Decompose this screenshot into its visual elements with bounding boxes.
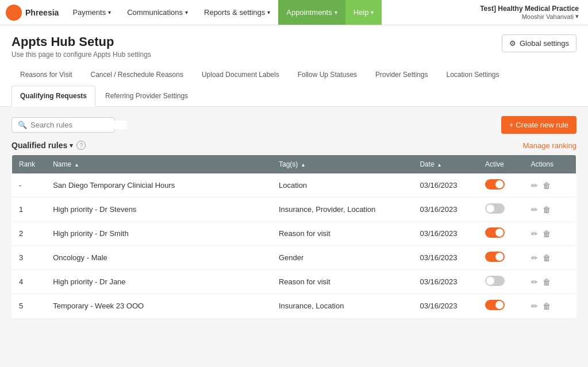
toggle-track — [485, 203, 505, 214]
col-actions: Actions — [524, 155, 577, 174]
cell-tags: Gender — [272, 246, 413, 270]
global-settings-button[interactable]: ⚙ Global settings — [502, 34, 577, 52]
delete-icon[interactable]: 🗑 — [543, 253, 551, 262]
col-active: Active — [478, 155, 524, 174]
delete-icon[interactable]: 🗑 — [543, 181, 551, 190]
manage-ranking-link[interactable]: Manage ranking — [523, 141, 577, 150]
search-icon: 🔍 — [18, 121, 27, 129]
table-body: - San Diego Temporary Clinicial Hours Lo… — [12, 173, 577, 318]
search-input[interactable] — [30, 121, 127, 129]
cell-tags: Reason for visit — [272, 222, 413, 246]
cell-actions: ✏ 🗑 — [524, 270, 577, 294]
nav-help[interactable]: Help ▾ — [345, 0, 382, 25]
cell-active[interactable] — [478, 173, 524, 198]
cell-date: 03/16/2023 — [413, 294, 478, 318]
tab-location[interactable]: Location Settings — [437, 64, 508, 84]
nav-items: Payments ▾ Communications ▾ Reports & se… — [64, 0, 480, 25]
cell-name: Oncology - Male — [46, 246, 272, 270]
create-rule-button[interactable]: + Create new rule — [501, 116, 577, 134]
toggle-track — [485, 179, 505, 190]
cell-rank: 3 — [12, 246, 47, 270]
tab-qualifying[interactable]: Qualifying Requests — [11, 86, 95, 107]
section-title: Qualified rules ▾ — [11, 141, 73, 150]
tab-referring[interactable]: Referring Provider Settings — [97, 86, 197, 106]
delete-icon[interactable]: 🗑 — [543, 277, 551, 287]
active-toggle[interactable] — [485, 203, 505, 214]
toggle-thumb — [495, 180, 504, 188]
table-row: 4 High priority - Dr Jane Reason for vis… — [12, 270, 577, 294]
cell-rank: 5 — [12, 294, 47, 318]
table-row: 5 Temporary - Week 23 OOO Insurance, Loc… — [12, 294, 577, 318]
cell-actions: ✏ 🗑 — [524, 222, 577, 246]
tab-reasons[interactable]: Reasons for Visit — [11, 64, 81, 84]
edit-icon[interactable]: ✏ — [531, 181, 538, 190]
tabs-bar: Reasons for VisitCancel / Reschedule Rea… — [0, 64, 588, 107]
tab-followup[interactable]: Follow Up Statuses — [289, 64, 366, 84]
edit-icon[interactable]: ✏ — [531, 229, 538, 238]
cell-active[interactable] — [478, 198, 524, 222]
org-name: Test] Healthy Medical Practice — [480, 5, 579, 13]
chevron-down-icon: ▾ — [70, 142, 73, 149]
cell-tags: Reason for visit — [272, 270, 413, 294]
search-box: 🔍 — [11, 117, 115, 133]
edit-icon[interactable]: ✏ — [531, 253, 538, 262]
nav-communications[interactable]: Communications ▾ — [119, 0, 196, 25]
action-icons: ✏ 🗑 — [531, 181, 569, 190]
action-icons: ✏ 🗑 — [531, 229, 569, 238]
action-icons: ✏ 🗑 — [531, 253, 569, 262]
edit-icon[interactable]: ✏ — [531, 277, 538, 287]
nav-appointments[interactable]: Appointments ▾ — [278, 0, 345, 25]
cell-name: High priority - Dr Stevens — [46, 198, 272, 222]
delete-icon[interactable]: 🗑 — [543, 205, 551, 214]
active-toggle[interactable] — [485, 300, 505, 310]
delete-icon[interactable]: 🗑 — [543, 229, 551, 238]
active-toggle[interactable] — [485, 179, 505, 190]
help-icon[interactable]: ? — [76, 141, 86, 150]
cell-date: 03/16/2023 — [413, 198, 478, 222]
cell-rank: - — [12, 173, 47, 198]
cell-actions: ✏ 🗑 — [524, 246, 577, 270]
cell-active[interactable] — [478, 222, 524, 246]
cell-rank: 4 — [12, 270, 47, 294]
delete-icon[interactable]: 🗑 — [543, 302, 551, 311]
cell-name: High priority - Dr Smith — [46, 222, 272, 246]
caret-icon: ▾ — [267, 9, 270, 16]
cell-active[interactable] — [478, 246, 524, 270]
nav-reports[interactable]: Reports & settings ▾ — [196, 0, 278, 25]
toggle-thumb — [495, 253, 504, 261]
tab-cancel[interactable]: Cancel / Reschedule Reasons — [82, 64, 192, 84]
rules-table: Rank Name ▴ Tag(s) ▴ Date ▴ Active Actio… — [11, 154, 577, 318]
edit-icon[interactable]: ✏ — [531, 205, 538, 214]
nav-payments[interactable]: Payments ▾ — [64, 0, 119, 25]
cell-active[interactable] — [478, 270, 524, 294]
user-area[interactable]: Test] Healthy Medical Practice Mooshir V… — [480, 5, 582, 20]
toggle-thumb — [495, 229, 504, 237]
caret-icon: ▾ — [371, 9, 374, 16]
table-row: 1 High priority - Dr Stevens Insurance, … — [12, 198, 577, 222]
cell-name: High priority - Dr Jane — [46, 270, 272, 294]
top-nav: Phreesia Payments ▾ Communications ▾ Rep… — [0, 0, 588, 25]
col-name[interactable]: Name ▴ — [46, 155, 272, 174]
logo-area[interactable]: Phreesia — [6, 5, 59, 21]
cell-active[interactable] — [478, 294, 524, 318]
active-toggle[interactable] — [485, 276, 505, 286]
gear-icon: ⚙ — [509, 39, 516, 48]
tab-provider[interactable]: Provider Settings — [367, 64, 436, 84]
cell-tags: Insurance, Location — [272, 294, 413, 318]
logo-text: Phreesia — [25, 8, 59, 17]
col-date[interactable]: Date ▴ — [413, 155, 478, 174]
cell-date: 03/16/2023 — [413, 173, 478, 198]
edit-icon[interactable]: ✏ — [531, 302, 538, 311]
active-toggle[interactable] — [485, 252, 505, 262]
cell-rank: 2 — [12, 222, 47, 246]
active-toggle[interactable] — [485, 227, 505, 238]
tab-upload[interactable]: Upload Document Labels — [193, 64, 288, 84]
page-header-text: Appts Hub Setup Use this page to configu… — [11, 34, 151, 59]
toggle-track — [485, 276, 505, 286]
cell-tags: Location — [272, 173, 413, 198]
page-header: Appts Hub Setup Use this page to configu… — [0, 25, 588, 64]
col-tags[interactable]: Tag(s) ▴ — [272, 155, 413, 174]
main-content: 🔍 + Create new rule Qualified rules ▾ ? … — [0, 107, 588, 367]
action-icons: ✏ 🗑 — [531, 302, 569, 311]
toggle-thumb — [486, 277, 494, 285]
